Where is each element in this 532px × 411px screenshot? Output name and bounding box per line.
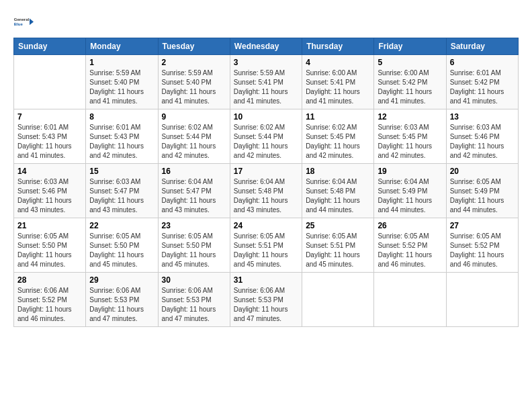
day-number: 30	[162, 275, 226, 285]
calendar-cell: 16Sunrise: 6:04 AMSunset: 5:47 PMDayligh…	[158, 164, 230, 218]
day-info: Sunrise: 5:59 AMSunset: 5:40 PMDaylight:…	[89, 68, 154, 106]
day-number: 25	[306, 221, 370, 230]
day-info: Sunrise: 6:05 AMSunset: 5:50 PMDaylight:…	[89, 232, 154, 269]
calendar-cell: 17Sunrise: 6:04 AMSunset: 5:48 PMDayligh…	[230, 164, 302, 218]
calendar-cell: 28Sunrise: 6:06 AMSunset: 5:52 PMDayligh…	[14, 273, 86, 327]
day-number: 14	[17, 167, 82, 176]
day-info: Sunrise: 6:05 AMSunset: 5:51 PMDaylight:…	[234, 232, 298, 269]
calendar-cell: 9Sunrise: 6:02 AMSunset: 5:44 PMDaylight…	[158, 109, 230, 164]
day-number: 2	[162, 58, 226, 67]
day-number: 18	[306, 167, 370, 176]
day-number: 12	[378, 112, 442, 122]
day-info: Sunrise: 6:05 AMSunset: 5:52 PMDaylight:…	[378, 232, 442, 269]
day-number: 27	[450, 221, 515, 230]
weekday-header: Tuesday	[158, 38, 230, 55]
calendar-week-row: 21Sunrise: 6:05 AMSunset: 5:50 PMDayligh…	[14, 218, 519, 273]
calendar-cell: 21Sunrise: 6:05 AMSunset: 5:50 PMDayligh…	[14, 218, 86, 273]
calendar-cell: 30Sunrise: 6:06 AMSunset: 5:53 PMDayligh…	[158, 273, 230, 327]
svg-text:General: General	[14, 17, 30, 21]
day-number: 4	[306, 58, 370, 67]
weekday-header: Thursday	[302, 38, 374, 55]
calendar-cell: 2Sunrise: 5:59 AMSunset: 5:40 PMDaylight…	[158, 55, 230, 109]
calendar-cell: 5Sunrise: 6:00 AMSunset: 5:42 PMDaylight…	[374, 55, 446, 109]
day-info: Sunrise: 6:04 AMSunset: 5:47 PMDaylight:…	[162, 177, 226, 215]
calendar-cell	[14, 55, 86, 109]
calendar-cell: 27Sunrise: 6:05 AMSunset: 5:52 PMDayligh…	[446, 218, 518, 273]
day-number: 3	[234, 58, 298, 67]
day-number: 9	[162, 112, 226, 122]
weekday-header: Saturday	[446, 38, 518, 55]
day-number: 7	[17, 112, 82, 122]
day-info: Sunrise: 6:01 AMSunset: 5:42 PMDaylight:…	[450, 68, 515, 106]
svg-text:Blue: Blue	[14, 22, 24, 26]
calendar-cell: 7Sunrise: 6:01 AMSunset: 5:43 PMDaylight…	[14, 109, 86, 164]
day-number: 31	[234, 275, 298, 285]
logo-icon: GeneralBlue	[13, 11, 35, 32]
day-info: Sunrise: 6:06 AMSunset: 5:52 PMDaylight:…	[17, 286, 82, 324]
calendar-cell: 29Sunrise: 6:06 AMSunset: 5:53 PMDayligh…	[86, 273, 158, 327]
day-info: Sunrise: 6:04 AMSunset: 5:49 PMDaylight:…	[378, 177, 442, 215]
calendar-cell: 13Sunrise: 6:03 AMSunset: 5:46 PMDayligh…	[446, 109, 518, 164]
day-info: Sunrise: 5:59 AMSunset: 5:41 PMDaylight:…	[234, 68, 298, 106]
day-info: Sunrise: 5:59 AMSunset: 5:40 PMDaylight:…	[162, 68, 226, 106]
day-info: Sunrise: 6:05 AMSunset: 5:51 PMDaylight:…	[306, 232, 370, 269]
day-info: Sunrise: 6:03 AMSunset: 5:46 PMDaylight:…	[17, 177, 82, 215]
day-info: Sunrise: 6:06 AMSunset: 5:53 PMDaylight:…	[234, 286, 298, 324]
calendar-cell: 20Sunrise: 6:05 AMSunset: 5:49 PMDayligh…	[446, 164, 518, 218]
calendar-cell: 15Sunrise: 6:03 AMSunset: 5:47 PMDayligh…	[86, 164, 158, 218]
day-info: Sunrise: 6:04 AMSunset: 5:48 PMDaylight:…	[234, 177, 298, 215]
calendar-cell	[446, 273, 518, 327]
calendar-cell: 14Sunrise: 6:03 AMSunset: 5:46 PMDayligh…	[14, 164, 86, 218]
calendar-cell	[302, 273, 374, 327]
calendar-cell: 11Sunrise: 6:02 AMSunset: 5:45 PMDayligh…	[302, 109, 374, 164]
day-info: Sunrise: 6:02 AMSunset: 5:45 PMDaylight:…	[306, 123, 370, 161]
calendar-cell: 12Sunrise: 6:03 AMSunset: 5:45 PMDayligh…	[374, 109, 446, 164]
calendar-cell: 10Sunrise: 6:02 AMSunset: 5:44 PMDayligh…	[230, 109, 302, 164]
calendar-cell: 22Sunrise: 6:05 AMSunset: 5:50 PMDayligh…	[86, 218, 158, 273]
weekday-header: Wednesday	[230, 38, 302, 55]
day-info: Sunrise: 6:03 AMSunset: 5:45 PMDaylight:…	[378, 123, 442, 161]
day-info: Sunrise: 6:05 AMSunset: 5:50 PMDaylight:…	[162, 232, 226, 269]
day-number: 22	[89, 221, 154, 230]
calendar-week-row: 7Sunrise: 6:01 AMSunset: 5:43 PMDaylight…	[14, 109, 519, 164]
day-info: Sunrise: 6:00 AMSunset: 5:41 PMDaylight:…	[306, 68, 370, 106]
svg-marker-2	[30, 19, 34, 26]
day-number: 13	[450, 112, 515, 122]
calendar-table: SundayMondayTuesdayWednesdayThursdayFrid…	[13, 38, 519, 327]
day-number: 15	[89, 167, 154, 176]
weekday-header: Sunday	[14, 38, 86, 55]
calendar-week-row: 14Sunrise: 6:03 AMSunset: 5:46 PMDayligh…	[14, 164, 519, 218]
day-info: Sunrise: 6:01 AMSunset: 5:43 PMDaylight:…	[17, 123, 82, 161]
day-number: 24	[234, 221, 298, 230]
day-number: 17	[234, 167, 298, 176]
day-info: Sunrise: 6:03 AMSunset: 5:46 PMDaylight:…	[450, 123, 515, 161]
calendar-week-row: 1Sunrise: 5:59 AMSunset: 5:40 PMDaylight…	[14, 55, 519, 109]
day-info: Sunrise: 6:05 AMSunset: 5:50 PMDaylight:…	[17, 232, 82, 269]
day-number: 26	[378, 221, 442, 230]
day-info: Sunrise: 6:02 AMSunset: 5:44 PMDaylight:…	[162, 123, 226, 161]
day-info: Sunrise: 6:06 AMSunset: 5:53 PMDaylight:…	[162, 286, 226, 324]
calendar-cell	[374, 273, 446, 327]
day-info: Sunrise: 6:01 AMSunset: 5:43 PMDaylight:…	[89, 123, 154, 161]
calendar-cell: 24Sunrise: 6:05 AMSunset: 5:51 PMDayligh…	[230, 218, 302, 273]
calendar-cell: 18Sunrise: 6:04 AMSunset: 5:48 PMDayligh…	[302, 164, 374, 218]
calendar-cell: 25Sunrise: 6:05 AMSunset: 5:51 PMDayligh…	[302, 218, 374, 273]
day-info: Sunrise: 6:04 AMSunset: 5:48 PMDaylight:…	[306, 177, 370, 215]
day-number: 8	[89, 112, 154, 122]
day-number: 23	[162, 221, 226, 230]
day-number: 29	[89, 275, 154, 285]
day-info: Sunrise: 6:03 AMSunset: 5:47 PMDaylight:…	[89, 177, 154, 215]
calendar-cell: 31Sunrise: 6:06 AMSunset: 5:53 PMDayligh…	[230, 273, 302, 327]
day-number: 11	[306, 112, 370, 122]
day-number: 19	[378, 167, 442, 176]
day-info: Sunrise: 6:05 AMSunset: 5:49 PMDaylight:…	[450, 177, 515, 215]
day-number: 20	[450, 167, 515, 176]
weekday-header: Friday	[374, 38, 446, 55]
calendar-cell: 19Sunrise: 6:04 AMSunset: 5:49 PMDayligh…	[374, 164, 446, 218]
day-number: 16	[162, 167, 226, 176]
calendar-cell: 8Sunrise: 6:01 AMSunset: 5:43 PMDaylight…	[86, 109, 158, 164]
weekday-header-row: SundayMondayTuesdayWednesdayThursdayFrid…	[14, 38, 519, 55]
calendar-cell: 23Sunrise: 6:05 AMSunset: 5:50 PMDayligh…	[158, 218, 230, 273]
day-number: 1	[89, 58, 154, 67]
weekday-header: Monday	[86, 38, 158, 55]
